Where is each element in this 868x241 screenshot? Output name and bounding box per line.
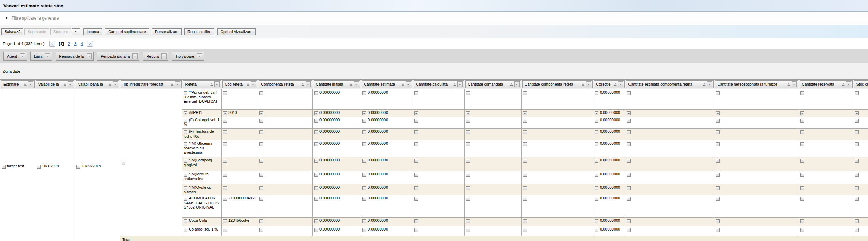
collapse-icon[interactable]: −: [466, 228, 470, 232]
collapse-icon[interactable]: −: [523, 219, 527, 223]
collapse-icon[interactable]: −: [523, 130, 527, 134]
collapse-icon[interactable]: −: [184, 159, 187, 163]
collapse-panel-arrow-icon[interactable]: ▼: [5, 16, 8, 20]
collapse-icon[interactable]: −: [259, 173, 263, 177]
column-filter-dropdown-icon[interactable]: ▼: [792, 81, 797, 87]
collapse-icon[interactable]: −: [414, 91, 418, 95]
collapse-icon[interactable]: −: [855, 173, 859, 177]
save-options-dropdown[interactable]: ▼: [72, 28, 80, 35]
collapse-icon[interactable]: −: [855, 159, 859, 163]
collapse-icon[interactable]: −: [466, 130, 470, 134]
load-button[interactable]: Incarca: [83, 28, 102, 35]
dropdown-icon[interactable]: ▼: [161, 53, 167, 59]
collapse-icon[interactable]: −: [362, 197, 366, 201]
view-options-button[interactable]: Optiuni Vizualizare: [217, 28, 256, 35]
collapse-icon[interactable]: −: [314, 142, 318, 146]
collapse-icon[interactable]: −: [523, 142, 527, 146]
column-filter-dropdown-icon[interactable]: ▼: [306, 81, 311, 87]
collapse-icon[interactable]: −: [716, 119, 720, 123]
dropdown-icon[interactable]: ▼: [132, 53, 138, 59]
collapse-icon[interactable]: −: [223, 119, 227, 123]
filter-field-perioada-pana-la[interactable]: Perioada pana la▼: [97, 52, 139, 61]
collapse-icon[interactable]: −: [414, 186, 418, 190]
column-filter-dropdown-icon[interactable]: ▼: [68, 81, 73, 87]
filter-field-luna[interactable]: Luna▼: [30, 52, 52, 61]
column-header-button[interactable]: Cantitate nereceptionata la furnizor△▼: [715, 80, 798, 88]
collapse-icon[interactable]: −: [314, 91, 318, 95]
collapse-icon[interactable]: −: [259, 159, 263, 163]
collapse-icon[interactable]: −: [2, 165, 6, 169]
collapse-icon[interactable]: −: [627, 142, 631, 146]
column-header-button[interactable]: Corectie△▼: [594, 80, 625, 88]
column-header-button[interactable]: Stoc cu△▼: [854, 80, 868, 88]
collapse-icon[interactable]: −: [595, 228, 598, 232]
collapse-icon[interactable]: −: [184, 186, 187, 190]
filter-field-tip-valoare[interactable]: Tip valoare▼: [172, 52, 204, 61]
collapse-icon[interactable]: −: [627, 186, 631, 190]
collapse-icon[interactable]: −: [595, 119, 598, 123]
collapse-icon[interactable]: −: [800, 111, 804, 115]
collapse-icon[interactable]: −: [184, 130, 187, 134]
dropdown-icon[interactable]: ▼: [87, 53, 92, 59]
collapse-icon[interactable]: −: [223, 142, 227, 146]
collapse-icon[interactable]: −: [259, 111, 263, 115]
collapse-icon[interactable]: −: [223, 130, 227, 134]
collapse-icon[interactable]: −: [595, 111, 598, 115]
collapse-icon[interactable]: −: [466, 119, 470, 123]
column-filter-dropdown-icon[interactable]: ▼: [846, 81, 851, 87]
collapse-icon[interactable]: −: [184, 219, 187, 223]
collapse-icon[interactable]: −: [595, 186, 598, 190]
column-header-button[interactable]: Estimare△▼: [1, 80, 35, 88]
collapse-icon[interactable]: −: [716, 111, 720, 115]
collapse-icon[interactable]: −: [523, 111, 527, 115]
column-header-button[interactable]: Cantitate estimata componenta reteta△▼: [626, 80, 714, 88]
collapse-icon[interactable]: −: [716, 142, 720, 146]
collapse-icon[interactable]: −: [223, 159, 227, 163]
collapse-icon[interactable]: −: [223, 91, 227, 95]
column-filter-dropdown-icon[interactable]: ▼: [175, 81, 180, 87]
collapse-icon[interactable]: −: [414, 130, 418, 134]
collapse-icon[interactable]: −: [314, 186, 318, 190]
collapse-icon[interactable]: −: [523, 228, 527, 232]
collapse-icon[interactable]: −: [37, 165, 41, 169]
collapse-icon[interactable]: −: [627, 173, 631, 177]
collapse-icon[interactable]: −: [716, 130, 720, 134]
collapse-icon[interactable]: −: [595, 130, 598, 134]
collapse-icon[interactable]: −: [223, 173, 227, 177]
collapse-icon[interactable]: −: [362, 159, 366, 163]
collapse-icon[interactable]: −: [362, 219, 366, 223]
collapse-icon[interactable]: −: [627, 119, 631, 123]
collapse-icon[interactable]: −: [855, 91, 859, 95]
column-header-button[interactable]: Valabil de la△▼: [36, 80, 74, 88]
column-filter-dropdown-icon[interactable]: ▼: [707, 81, 712, 87]
column-filter-dropdown-icon[interactable]: ▼: [354, 81, 359, 87]
collapse-icon[interactable]: −: [855, 130, 859, 134]
column-header-button[interactable]: Componenta reteta△▼: [259, 80, 312, 88]
collapse-icon[interactable]: −: [414, 173, 418, 177]
collapse-icon[interactable]: −: [414, 197, 418, 201]
collapse-icon[interactable]: −: [414, 219, 418, 223]
collapse-icon[interactable]: −: [223, 186, 227, 190]
collapse-icon[interactable]: −: [362, 119, 366, 123]
collapse-icon[interactable]: −: [414, 228, 418, 232]
collapse-icon[interactable]: −: [314, 130, 318, 134]
collapse-icon[interactable]: −: [414, 142, 418, 146]
column-filter-dropdown-icon[interactable]: ▼: [457, 81, 463, 87]
page-link-2[interactable]: 2: [68, 42, 70, 46]
collapse-icon[interactable]: −: [259, 91, 263, 95]
collapse-icon[interactable]: −: [414, 159, 418, 163]
collapse-icon[interactable]: −: [362, 142, 366, 146]
save-button[interactable]: Salvează: [1, 28, 23, 35]
collapse-icon[interactable]: −: [466, 142, 470, 146]
column-header-button[interactable]: Cantitate componenta reteta△▼: [522, 80, 593, 88]
collapse-icon[interactable]: −: [800, 91, 804, 95]
collapse-icon[interactable]: −: [800, 186, 804, 190]
column-header-button[interactable]: Cantitate calculata△▼: [414, 80, 464, 88]
collapse-icon[interactable]: −: [362, 111, 366, 115]
collapse-icon[interactable]: −: [523, 159, 527, 163]
collapse-icon[interactable]: −: [716, 186, 720, 190]
collapse-icon[interactable]: −: [523, 186, 527, 190]
collapse-icon[interactable]: −: [259, 228, 263, 232]
collapse-icon[interactable]: −: [362, 173, 366, 177]
collapse-icon[interactable]: −: [184, 197, 187, 201]
